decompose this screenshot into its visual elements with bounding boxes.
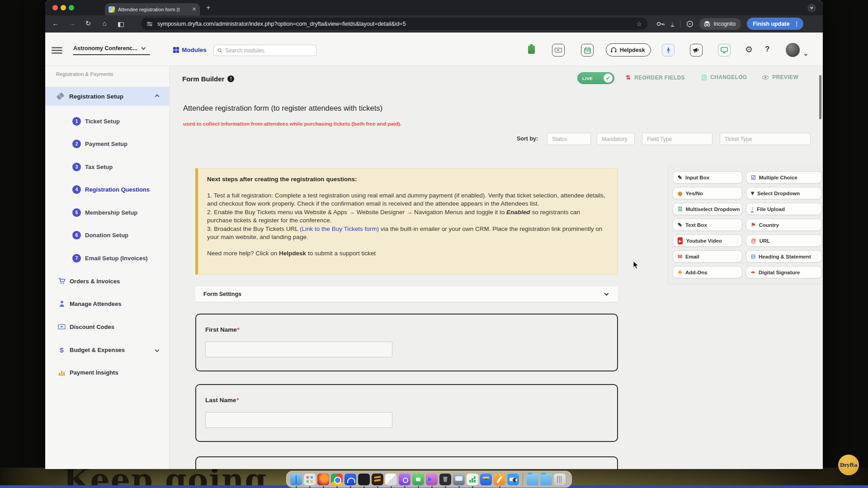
kebab-menu-icon[interactable]: ⋮ (793, 20, 799, 27)
helpdesk-button[interactable]: Helpdesk (606, 43, 651, 56)
sidebar-item-manage-attendees[interactable]: Manage Attendees (45, 296, 170, 311)
sidebar-item-email-setup[interactable]: 7 Email Setup (Invoices) (45, 250, 170, 266)
live-toggle[interactable]: LIVE ✓ (577, 72, 614, 84)
battery-icon[interactable] (528, 44, 535, 54)
extension-icon[interactable] (686, 20, 693, 28)
event-selector[interactable]: Astronomy Conferenc... (73, 45, 150, 55)
bookmark-star-icon[interactable]: ☆ (636, 20, 642, 28)
zoom-icon[interactable] (507, 474, 519, 485)
new-tab-button[interactable]: + (206, 4, 210, 11)
display-icon[interactable] (718, 44, 731, 56)
site-settings-icon[interactable] (146, 21, 153, 27)
field-type-url[interactable]: URL (746, 235, 822, 247)
reorder-fields-button[interactable]: ⇅ REORDER FIELDS (626, 74, 685, 81)
tab-search-button[interactable] (807, 4, 816, 12)
home-icon[interactable]: ⌂ (99, 19, 109, 27)
settings-gear-icon[interactable]: ⚙ (745, 44, 753, 55)
vpn-app-icon[interactable] (344, 474, 356, 485)
finder-icon[interactable] (290, 474, 302, 485)
launchpad-icon[interactable] (304, 474, 316, 485)
transfer-app-icon[interactable] (426, 474, 438, 485)
forward-icon[interactable]: → (67, 19, 77, 27)
sidebar-item-ticket-setup[interactable]: 1 Ticket Setup (45, 113, 170, 129)
facetime-icon[interactable] (412, 474, 424, 485)
calendar-icon[interactable] (581, 44, 594, 56)
url-bar[interactable]: symposium.dryfta.com/administrator/index… (141, 18, 647, 30)
sidebar-item-membership-setup[interactable]: 5 Membership Setup (45, 205, 170, 220)
field-type-digital-signature[interactable]: Digital Signature (746, 266, 822, 278)
preview-button[interactable]: PREVIEW (762, 74, 798, 80)
field-type-multiselect-dropdown[interactable]: Multiselect Dropdown (673, 203, 742, 215)
keynote-icon[interactable] (480, 474, 492, 485)
documents-folder-icon[interactable] (540, 474, 552, 485)
field-type-select-dropdown[interactable]: Select Dropdown (746, 187, 822, 199)
sort-filter-ticket-type[interactable]: Ticket Type (720, 133, 811, 145)
search-input[interactable] (225, 47, 312, 54)
sidebar-panel-icon[interactable] (116, 21, 126, 28)
changelog-button[interactable]: CHANGELOG (702, 74, 747, 80)
form-settings-bar[interactable]: Form Settings (195, 286, 618, 302)
help-icon[interactable]: ? (765, 45, 769, 54)
hamburger-menu-icon[interactable] (52, 47, 62, 53)
tab-close-icon[interactable]: ✕ (192, 6, 196, 12)
field-type-text-box[interactable]: Text Box (673, 219, 742, 231)
sort-filter-mandatory[interactable]: Mandatory (597, 133, 635, 145)
sublime-text-icon[interactable] (372, 474, 383, 485)
sidebar-item-payment-setup[interactable]: 2 Payment Setup (45, 136, 170, 151)
modules-search[interactable] (213, 45, 316, 56)
field-type-file-upload[interactable]: File Upload (746, 203, 822, 215)
field-type-add-ons[interactable]: Add-Ons (673, 266, 742, 278)
downloads-folder-icon[interactable] (527, 474, 538, 485)
modules-label[interactable]: Modules (182, 47, 207, 53)
trash-icon[interactable] (554, 474, 566, 485)
sidebar-item-discount-codes[interactable]: Discount Codes (45, 319, 170, 334)
sidebar-item-donation-setup[interactable]: 6 Donation Setup (45, 227, 170, 243)
browser-tab[interactable]: Attendee registration form (t ✕ (105, 3, 200, 15)
chrome-icon[interactable] (331, 474, 343, 485)
field-type-country[interactable]: Country (746, 219, 822, 231)
notes-app-icon[interactable] (385, 474, 397, 485)
password-key-icon[interactable] (656, 21, 665, 27)
field-type-youtube-video[interactable]: Youtube Video (673, 235, 742, 247)
sort-filter-field-type[interactable]: Field Type (642, 133, 712, 145)
page-scrollbar[interactable] (819, 75, 821, 119)
screen-share-icon[interactable] (453, 474, 465, 485)
close-window-button[interactable] (52, 5, 58, 10)
user-avatar[interactable] (786, 43, 800, 57)
terminal-icon[interactable] (358, 474, 370, 485)
sidebar-item-registration-questions[interactable]: 4 Registration Questions (45, 182, 170, 197)
sort-filter-status[interactable]: Status (547, 133, 591, 145)
sidebar-item-tax-setup[interactable]: 3 Tax Setup (45, 159, 170, 174)
back-icon[interactable]: ← (51, 19, 61, 27)
utility-app-icon[interactable] (439, 474, 451, 485)
launch-icon[interactable] (662, 44, 675, 56)
finish-update-button[interactable]: Finish update ⋮ (747, 18, 803, 30)
buy-tickets-link[interactable]: (Link to the Buy Tickets form) (300, 225, 379, 232)
sidebar-item-payment-insights[interactable]: Payment Insights (45, 365, 170, 380)
podcasts-icon[interactable] (399, 474, 410, 485)
field-type-heading-statement[interactable]: Heading & Statement (746, 250, 822, 263)
field-type-yes-no[interactable]: Yes/No (673, 187, 742, 199)
maximize-window-button[interactable] (69, 5, 74, 10)
announcements-icon[interactable] (690, 44, 703, 56)
payments-icon[interactable] (552, 44, 565, 56)
field-type-multiple-choice[interactable]: Multiple Choice (746, 171, 822, 183)
minimize-window-button[interactable] (61, 5, 66, 10)
info-icon[interactable]: ! (227, 75, 234, 82)
field-type-input-box[interactable]: Input Box (673, 171, 742, 183)
field-type-email[interactable]: Email (673, 250, 742, 263)
changelog-file-icon (702, 75, 707, 80)
tab-title: Attendee registration form (t (118, 7, 189, 12)
avatar-chevron-icon[interactable] (805, 49, 807, 57)
sidebar-item-budget-expenses[interactable]: $ Budget & Expenses (45, 342, 170, 357)
reload-icon[interactable]: ↻ (83, 19, 93, 28)
chevron-down-icon (604, 291, 609, 296)
pen-tool-app-icon[interactable] (494, 474, 505, 485)
firefox-icon[interactable] (317, 474, 329, 485)
stats-app-icon[interactable] (467, 474, 478, 485)
last-name-input[interactable] (205, 412, 392, 428)
download-icon[interactable]: ↓ (671, 21, 674, 27)
sidebar-item-orders-invoices[interactable]: Orders & Invoices (45, 273, 170, 289)
sidebar-item-registration-setup[interactable]: Registration Setup (45, 87, 170, 106)
first-name-input[interactable] (205, 342, 392, 357)
